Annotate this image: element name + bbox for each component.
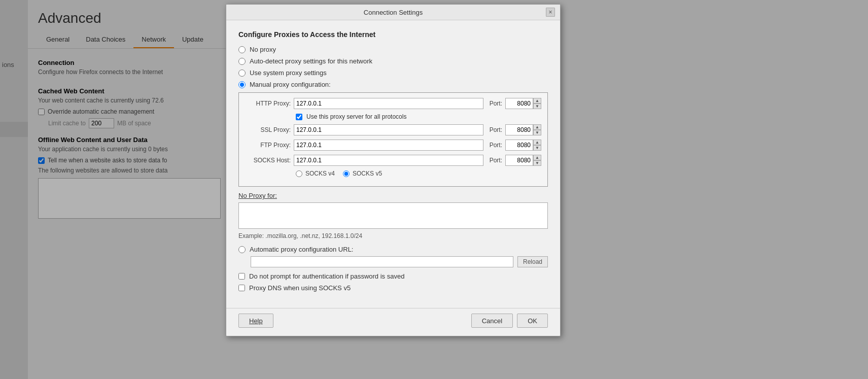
auto-proxy-row: Reload: [238, 256, 548, 267]
proxy-dns-checkbox-row: Proxy DNS when using SOCKS v5: [238, 284, 548, 292]
socks-port-label: Port:: [490, 157, 502, 164]
ssl-proxy-input[interactable]: [294, 124, 483, 135]
no-proxy-for-label: No Proxy for:: [238, 192, 548, 199]
auto-detect-radio[interactable]: [238, 58, 246, 65]
manual-proxy-box: HTTP Proxy: Port: ▲ ▼ Use this proxy ser…: [238, 92, 548, 187]
ftp-port-down[interactable]: ▼: [533, 145, 541, 151]
use-all-protocols-checkbox[interactable]: [296, 114, 302, 120]
cancel-button[interactable]: Cancel: [471, 314, 513, 328]
no-auth-prompt-label: Do not prompt for authentication if pass…: [249, 272, 404, 280]
http-proxy-label: HTTP Proxy:: [245, 100, 291, 107]
configure-proxies-title: Configure Proxies to Access the Internet: [238, 30, 548, 39]
socks-port-spinner: ▲ ▼: [533, 155, 541, 166]
auto-proxy-url-option: Automatic proxy configuration URL:: [238, 246, 548, 253]
auto-proxy-url-label: Automatic proxy configuration URL:: [250, 246, 353, 253]
use-all-protocols-label: Use this proxy server for all protocols: [306, 113, 406, 120]
socks-v5-option: SOCKS v5: [343, 170, 382, 177]
socks-port-wrap: ▲ ▼: [505, 155, 541, 166]
socks-port-up[interactable]: ▲: [533, 155, 541, 160]
ssl-port-input[interactable]: [505, 124, 533, 135]
help-button[interactable]: Help: [238, 314, 273, 328]
ftp-port-input[interactable]: [505, 140, 533, 151]
ssl-port-spinner: ▲ ▼: [533, 124, 541, 135]
ftp-port-up[interactable]: ▲: [533, 140, 541, 145]
ssl-port-wrap: ▲ ▼: [505, 124, 541, 135]
dialog-title: Connection Settings: [240, 9, 546, 16]
ftp-proxy-row: FTP Proxy: Port: ▲ ▼: [245, 140, 541, 151]
socks-v4-radio[interactable]: [296, 170, 302, 177]
ok-button[interactable]: OK: [517, 314, 548, 328]
dialog-close-button[interactable]: ×: [546, 8, 555, 17]
system-proxy-radio[interactable]: [238, 70, 246, 77]
proxy-dns-label: Proxy DNS when using SOCKS v5: [249, 284, 351, 292]
ssl-port-down[interactable]: ▼: [533, 130, 541, 135]
ftp-proxy-label: FTP Proxy:: [245, 142, 291, 149]
dialog-body: Configure Proxies to Access the Internet…: [226, 20, 560, 306]
http-port-label: Port:: [490, 100, 502, 107]
ssl-proxy-label: SSL Proxy:: [245, 126, 291, 133]
system-proxy-option: Use system proxy settings: [238, 69, 548, 77]
reload-button[interactable]: Reload: [517, 256, 548, 267]
socks-port-input[interactable]: [505, 155, 533, 166]
http-port-up[interactable]: ▲: [533, 98, 541, 104]
socks-port-down[interactable]: ▼: [533, 160, 541, 166]
http-proxy-input[interactable]: [294, 98, 483, 109]
use-all-protocols-row: Use this proxy server for all protocols: [245, 113, 541, 120]
socks-host-input[interactable]: [294, 155, 483, 166]
footer-right: Cancel OK: [471, 314, 548, 328]
socks-host-row: SOCKS Host: Port: ▲ ▼: [245, 155, 541, 166]
no-auth-prompt-checkbox[interactable]: [238, 273, 245, 280]
no-proxy-label[interactable]: No proxy: [250, 46, 276, 53]
footer-left: Help: [238, 314, 273, 328]
system-proxy-label: Use system proxy settings: [250, 69, 327, 77]
http-port-down[interactable]: ▼: [533, 104, 541, 109]
auto-proxy-url-radio[interactable]: [238, 246, 246, 253]
socks-v4-label: SOCKS v4: [305, 170, 335, 177]
manual-proxy-option: Manual proxy configuration:: [238, 81, 548, 88]
http-port-spinner: ▲ ▼: [533, 98, 541, 109]
socks-host-label: SOCKS Host:: [245, 157, 291, 164]
dialog-titlebar: Connection Settings ×: [226, 5, 560, 20]
ssl-port-up[interactable]: ▲: [533, 124, 541, 130]
ftp-port-wrap: ▲ ▼: [505, 140, 541, 151]
no-auth-prompt-checkbox-row: Do not prompt for authentication if pass…: [238, 272, 548, 280]
auto-proxy-input[interactable]: [251, 256, 513, 267]
socks-v5-label: SOCKS v5: [353, 170, 382, 177]
socks-v4-option: SOCKS v4: [296, 170, 335, 177]
no-proxy-option: No proxy: [238, 46, 548, 53]
http-proxy-row: HTTP Proxy: Port: ▲ ▼: [245, 98, 541, 109]
socks-version-row: SOCKS v4 SOCKS v5: [245, 170, 541, 177]
manual-proxy-label: Manual proxy configuration:: [250, 81, 331, 88]
no-proxy-radio[interactable]: [238, 46, 246, 53]
ftp-port-label: Port:: [490, 142, 502, 149]
proxy-dns-checkbox[interactable]: [238, 285, 245, 291]
http-port-input[interactable]: [505, 98, 533, 109]
auto-detect-option: Auto-detect proxy settings for this netw…: [238, 57, 548, 65]
socks-v5-radio[interactable]: [343, 170, 350, 177]
auto-detect-label: Auto-detect proxy settings for this netw…: [250, 57, 372, 65]
ssl-port-label: Port:: [490, 126, 502, 133]
ftp-proxy-input[interactable]: [294, 140, 483, 151]
example-text: Example: .mozilla.org, .net.nz, 192.168.…: [238, 232, 548, 239]
http-port-wrap: ▲ ▼: [505, 98, 541, 109]
ssl-proxy-row: SSL Proxy: Port: ▲ ▼: [245, 124, 541, 135]
no-proxy-for-textarea[interactable]: [238, 202, 548, 229]
dialog-footer: Help Cancel OK: [226, 308, 560, 336]
connection-settings-dialog: Connection Settings × Configure Proxies …: [226, 4, 561, 336]
ftp-port-spinner: ▲ ▼: [533, 140, 541, 151]
manual-proxy-radio[interactable]: [238, 81, 246, 88]
